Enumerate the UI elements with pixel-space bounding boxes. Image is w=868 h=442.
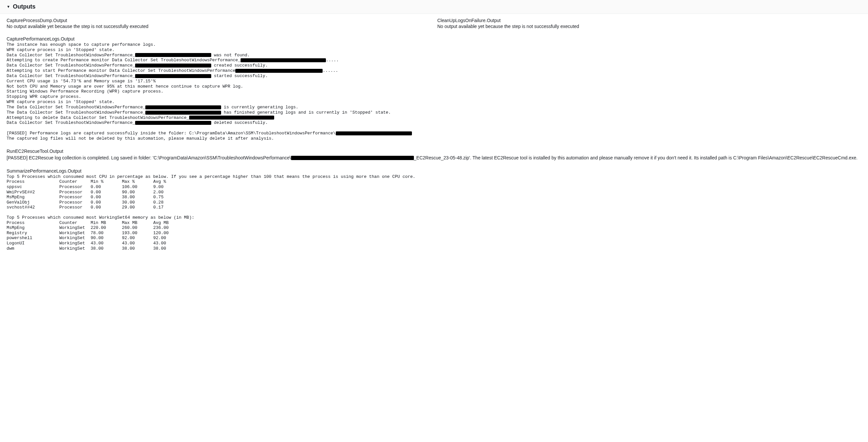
table-header-cell: Min % xyxy=(91,179,122,184)
table-row: powershellWorkingSet90.0092.0092.00 xyxy=(7,235,185,241)
output-line: Not both CPU and Memory usage are over 9… xyxy=(7,84,861,89)
output-line: Data Collector Set TroubleshootWindowsPe… xyxy=(7,53,861,58)
table-row: MsMpEngWorkingSet220.00260.00236.00 xyxy=(7,225,185,230)
outputs-panel-header[interactable]: ▼ Outputs xyxy=(0,0,868,14)
ec2rescue-block: RunEC2RescueTool.Output [PASSED] EC2Resc… xyxy=(7,149,861,161)
table-cell: 43.00 xyxy=(122,241,153,246)
table-cell: Processor xyxy=(59,200,91,205)
table-row: RegistryWorkingSet78.00193.00120.00 xyxy=(7,230,185,236)
text-segment: Current CPU usage is '54.73'% and Memory… xyxy=(7,79,156,84)
text-segment: Data Collector Set TroubleshootWindowsPe… xyxy=(7,63,135,68)
table-cell: 92.00 xyxy=(122,235,153,241)
table-row: MsMpEngProcessor0.0038.000.75 xyxy=(7,195,185,200)
redacted-segment xyxy=(241,58,326,62)
table-cell: LogonUI xyxy=(7,241,59,246)
text-segment xyxy=(7,125,9,130)
table-header-cell: Max MB xyxy=(122,220,153,226)
table-cell: 236.00 xyxy=(153,225,185,230)
table-header-row: ProcessCounterMin %Max %Avg % xyxy=(7,179,185,184)
text-segment: [PASSED] EC2Rescue log collection is com… xyxy=(7,155,291,160)
table-cell: 78.00 xyxy=(91,230,122,236)
table-cell: 260.00 xyxy=(122,225,153,230)
table-cell: 120.00 xyxy=(153,230,185,236)
table-header-cell: Avg % xyxy=(153,179,185,184)
summarize-block: SummarizePerformanceLogs.Output Top 5 Pr… xyxy=(7,168,861,251)
summarize-title: SummarizePerformanceLogs.Output xyxy=(7,168,861,173)
output-line: Data Collector Set TroubleshootWindowsPe… xyxy=(7,73,861,79)
outputs-content: CaptureProcessDump.Output No output avai… xyxy=(0,14,868,259)
text-segment: The Data Collector Set TroubleshootWindo… xyxy=(7,110,145,115)
table-cell: Processor xyxy=(59,184,91,190)
table-row: dwmWorkingSet38.0038.0038.00 xyxy=(7,246,185,251)
summarize-mem-table: ProcessCounterMin MBMax MBAvg MBMsMpEngW… xyxy=(7,220,185,251)
text-segment: WPR capture process is in 'Stopped' stat… xyxy=(7,99,115,104)
capture-performance-output: The instance has enough space to capture… xyxy=(7,42,861,141)
output-line: The instance has enough space to capture… xyxy=(7,42,861,48)
redacted-segment xyxy=(145,110,221,115)
output-line: Starting Windows Performance Recording (… xyxy=(7,89,861,94)
output-line: Data Collector Set TroubleshootWindowsPe… xyxy=(7,63,861,68)
table-cell: 38.00 xyxy=(122,246,153,251)
ec2rescue-title: RunEC2RescueTool.Output xyxy=(7,149,861,154)
table-cell: 106.00 xyxy=(122,184,153,190)
text-segment: Attempting to delete Data Collector Set … xyxy=(7,115,189,120)
table-cell: WorkingSet xyxy=(59,230,91,236)
table-row: svchost##42Processor0.0029.000.17 xyxy=(7,205,185,210)
table-cell: WorkingSet xyxy=(59,225,91,230)
capture-process-dump-block: CaptureProcessDump.Output No output avai… xyxy=(7,18,431,29)
table-header-cell: Process xyxy=(7,220,59,226)
text-segment: created successfully. xyxy=(211,63,268,68)
table-cell: Registry xyxy=(7,230,59,236)
text-segment: was not found. xyxy=(211,53,250,58)
redacted-segment xyxy=(135,121,211,125)
table-header-cell: Avg MB xyxy=(153,220,185,226)
table-cell: 0.00 xyxy=(91,205,122,210)
capture-process-dump-msg: No output available yet because the step… xyxy=(7,24,431,29)
capture-process-dump-title: CaptureProcessDump.Output xyxy=(7,18,431,23)
text-segment: The Data Collector Set TroubleshootWindo… xyxy=(7,105,145,110)
cleanup-logs-block: CleanUpLogsOnFailure.Output No output av… xyxy=(437,18,861,29)
summarize-mem-intro: Top 5 Processes which consumed most Work… xyxy=(7,215,861,220)
table-cell: Processor xyxy=(59,195,91,200)
table-cell: 0.28 xyxy=(153,200,185,205)
table-cell: 0.00 xyxy=(91,195,122,200)
output-line: Data Collector Set TroubleshootWindowsPe… xyxy=(7,120,861,125)
redacted-segment xyxy=(145,105,221,109)
table-header-cell: Counter xyxy=(59,220,91,226)
summarize-cpu-intro: Top 5 Processes which consumed most CPU … xyxy=(7,174,861,180)
text-segment: Data Collector Set TroubleshootWindowsPe… xyxy=(7,120,135,125)
output-line: WPR capture process is in 'Stopped' stat… xyxy=(7,99,861,105)
table-cell: Processor xyxy=(59,190,91,195)
table-cell: 38.00 xyxy=(153,246,185,251)
redacted-segment xyxy=(135,64,211,67)
redacted-segment xyxy=(189,116,274,120)
text-segment: WPR capture process is in 'Stopped' stat… xyxy=(7,48,115,52)
table-row: LogonUIWorkingSet43.0043.0043.00 xyxy=(7,241,185,246)
table-cell: WorkingSet xyxy=(59,235,91,241)
ec2rescue-output: [PASSED] EC2Rescue log collection is com… xyxy=(7,155,861,161)
redacted-segment xyxy=(291,156,414,160)
table-cell: 0.00 xyxy=(91,190,122,195)
output-line: [PASSED] Performance logs are captured s… xyxy=(7,131,861,136)
table-cell: 220.00 xyxy=(91,225,122,230)
output-line: Attempting to delete Data Collector Set … xyxy=(7,115,861,121)
output-line: Attempting to create Performance monitor… xyxy=(7,58,861,63)
table-cell: 43.00 xyxy=(153,241,185,246)
table-cell: WmiPrvSE##2 xyxy=(7,190,59,195)
panel-title: Outputs xyxy=(13,3,36,10)
output-line: Current CPU usage is '54.73'% and Memory… xyxy=(7,79,861,84)
text-segment: is currently generating logs. xyxy=(221,105,298,110)
table-cell: 92.00 xyxy=(153,235,185,241)
cleanup-logs-msg: No output available yet because the step… xyxy=(437,24,861,29)
table-header-cell: Process xyxy=(7,179,59,184)
table-cell: 38.00 xyxy=(122,195,153,200)
table-cell: MsMpEng xyxy=(7,195,59,200)
table-cell: Processor xyxy=(59,205,91,210)
text-segment: The instance has enough space to capture… xyxy=(7,42,156,47)
output-line: Stopping WPR capture process. xyxy=(7,94,861,99)
text-segment: Data Collector Set TroubleshootWindowsPe… xyxy=(7,53,135,58)
output-line: Attempting to start Performance monitor … xyxy=(7,68,861,73)
table-cell: 0.75 xyxy=(153,195,185,200)
table-cell: 0.17 xyxy=(153,205,185,210)
table-row: WmiPrvSE##2Processor0.0090.002.00 xyxy=(7,190,185,195)
